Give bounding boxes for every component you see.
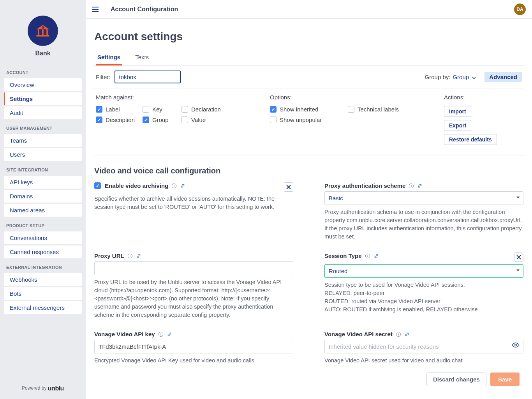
tab-texts[interactable]: Texts [134,50,150,65]
checkbox-icon [96,117,102,123]
checkbox-icon [143,106,149,113]
svg-point-17 [515,344,517,346]
info-icon[interactable]: i [127,253,133,259]
info-icon[interactable]: i [158,332,164,337]
setting-api-secret: Vonage Video API secret i Vonage Video A… [324,331,523,365]
discard-button[interactable]: Discard changes [426,373,486,386]
svg-text:i: i [130,254,130,258]
groupby-value: Group [453,74,469,80]
link-icon[interactable] [373,253,379,259]
cb-show-unpopular[interactable]: Show unpopular [270,117,348,123]
cb-key[interactable]: Key [143,106,181,113]
options-block: Match against: Label Key Declaration Des… [93,88,525,155]
filter-label: Filter: [96,74,111,80]
sidebar-item-domains[interactable]: Domains [4,190,82,203]
match-col: Match against: Label Key Declaration Des… [96,94,270,148]
cb-value[interactable]: Value [181,117,236,123]
nav: ACCOUNT Overview Settings Audit USER MAN… [0,65,86,315]
setting-api-key: Vonage Video API key i Encrypted Vonage … [94,331,293,365]
svg-text:i: i [367,254,368,258]
menu-toggle[interactable] [92,3,104,16]
groupby-select[interactable]: Group [453,74,476,80]
setting-label: Vonage Video API key [94,331,155,337]
filter-row: Filter: Group by: Group Advanced [93,66,525,88]
sidebar-item-apikeys[interactable]: API keys [4,176,82,189]
checkbox-icon[interactable] [94,182,101,189]
sidebar-item-conversations[interactable]: Conversations [4,231,82,244]
setting-proxy-url: Proxy URL i Proxy URL to be used by the … [94,252,293,319]
cb-group[interactable]: Group [143,117,181,123]
svg-rect-3 [37,35,49,37]
api-secret-input[interactable] [324,340,523,353]
sidebar-item-overview[interactable]: Overview [4,78,82,91]
info-icon[interactable]: i [409,183,414,189]
sidebar-item-canned[interactable]: Canned responses [4,245,82,258]
svg-text:i: i [411,184,412,187]
export-button[interactable]: Export [444,120,471,131]
filter-input[interactable] [115,71,181,83]
cb-declaration[interactable]: Declaration [181,106,236,113]
content: Account settings Settings Texts Filter: … [86,19,532,399]
restore-defaults-button[interactable]: Restore defaults [444,134,497,145]
link-icon[interactable] [136,253,141,259]
link-icon[interactable] [180,183,185,189]
sidebar-item-webhooks[interactable]: Webhooks [4,273,82,286]
setting-label: Enable video archiving [105,182,168,189]
link-icon[interactable] [167,332,172,337]
setting-label: Proxy URL [94,252,124,259]
setting-desc: Proxy URL to be used by the Unblu server… [94,278,293,319]
match-heading: Match against: [96,94,270,101]
sidebar-footer: Powered by unblu [0,380,86,399]
avatar[interactable]: DA [514,4,526,15]
info-icon[interactable]: i [171,183,177,189]
topbar-title: Account Configuration [111,6,178,13]
sidebar-item-extmsg[interactable]: External messengers [4,301,82,314]
groupby-label: Group by: [425,74,451,80]
sidebar-item-teams[interactable]: Teams [4,134,82,147]
setting-session-type: Session Type i Routed Session type to be… [324,252,523,319]
cb-technical-labels[interactable]: Technical labels [348,106,426,113]
setting-desc: Proxy authentication schema to use in co… [324,208,523,241]
proxy-url-input[interactable] [94,261,293,275]
setting-archiving: Enable video archiving i Specifies wheth… [94,182,293,241]
section-title: Video and voice call configuration [94,166,523,175]
checkbox-icon [348,106,354,113]
info-icon[interactable]: i [365,253,370,259]
clear-button[interactable] [284,182,293,192]
sidebar-item-users[interactable]: Users [4,148,82,161]
link-icon[interactable] [404,332,410,337]
api-key-input[interactable] [94,340,293,353]
advanced-chip[interactable]: Advanced [484,72,522,82]
actions-heading: Actions: [444,94,522,101]
checkbox-icon [143,117,149,123]
checkbox-icon [181,117,188,123]
nav-group-extint: EXTERNAL INTEGRATION [0,260,86,272]
reveal-button[interactable] [511,341,520,350]
session-type-select[interactable]: Routed [324,264,523,278]
import-button[interactable]: Import [444,106,471,117]
sidebar-item-bots[interactable]: Bots [4,287,82,300]
tab-settings[interactable]: Settings [96,50,122,65]
actions-col: Actions: Import Export Restore defaults [444,94,522,148]
proxy-auth-select[interactable]: Basic [324,191,523,205]
unblu-logo: unblu [48,385,64,392]
sidebar-item-audit[interactable]: Audit [4,106,82,119]
cb-description[interactable]: Description [96,117,143,123]
svg-text:i: i [174,184,174,187]
svg-rect-2 [46,29,48,35]
setting-label: Session Type [324,252,362,259]
link-icon[interactable] [417,183,423,189]
setting-desc: Vonage Video API secret used for video a… [324,357,523,365]
settings-grid: Enable video archiving i Specifies wheth… [93,182,525,365]
nav-group-usermgmt: USER MANAGEMENT [0,120,86,133]
info-icon[interactable]: i [396,332,401,337]
sidebar-item-namedareas[interactable]: Named areas [4,204,82,217]
clear-button[interactable] [514,252,523,262]
checkbox-icon [96,106,102,113]
cb-label[interactable]: Label [96,106,143,113]
cb-show-inherited[interactable]: Show inherited [270,106,348,113]
powered-by-label: Powered by [22,385,46,391]
sidebar-item-settings[interactable]: Settings [4,92,82,105]
save-button[interactable]: Save [490,373,520,386]
nav-group-productsetup: PRODUCT SETUP [0,218,86,230]
